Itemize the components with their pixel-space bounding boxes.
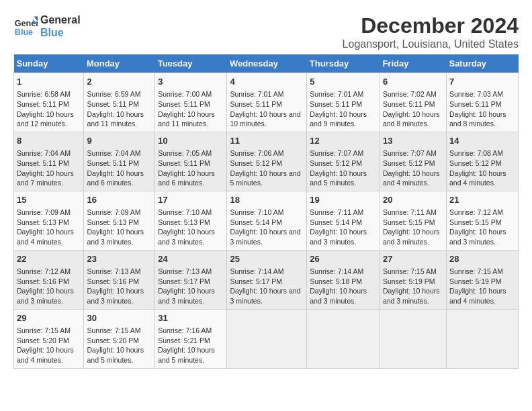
daylight-label: Daylight: 10 hours and 3 minutes. [310, 287, 367, 305]
sunrise-label: Sunrise: 7:04 AM [87, 149, 140, 157]
sunrise-label: Sunrise: 7:14 AM [230, 267, 283, 275]
day-number: 21 [449, 194, 515, 206]
table-cell: 1 Sunrise: 6:58 AM Sunset: 5:11 PM Dayli… [14, 73, 84, 132]
sunrise-label: Sunrise: 7:06 AM [230, 149, 283, 157]
table-cell: 4 Sunrise: 7:01 AM Sunset: 5:11 PM Dayli… [227, 73, 307, 132]
daylight-label: Daylight: 10 hours and 7 minutes. [17, 169, 74, 187]
table-cell: 28 Sunrise: 7:15 AM Sunset: 5:19 PM Dayl… [446, 250, 518, 309]
daylight-label: Daylight: 10 hours and 3 minutes. [230, 287, 300, 305]
sunset-label: Sunset: 5:21 PM [158, 336, 210, 345]
header-wednesday: Wednesday [227, 54, 307, 73]
sunrise-label: Sunrise: 7:07 AM [383, 149, 437, 157]
logo-text-general: General [40, 13, 81, 26]
sunset-label: Sunset: 5:11 PM [383, 100, 435, 108]
day-number: 10 [158, 135, 224, 147]
sunrise-label: Sunrise: 7:12 AM [17, 267, 71, 275]
daylight-label: Daylight: 10 hours and 8 minutes. [383, 110, 440, 128]
calendar-week-row: 1 Sunrise: 6:58 AM Sunset: 5:11 PM Dayli… [14, 73, 519, 132]
sunset-label: Sunset: 5:15 PM [383, 218, 435, 226]
daylight-label: Daylight: 10 hours and 9 minutes. [310, 110, 367, 128]
daylight-label: Daylight: 10 hours and 4 minutes. [383, 169, 440, 187]
daylight-label: Daylight: 10 hours and 6 minutes. [158, 169, 215, 187]
table-cell: 18 Sunrise: 7:10 AM Sunset: 5:14 PM Dayl… [227, 191, 307, 250]
sunset-label: Sunset: 5:16 PM [87, 277, 139, 285]
daylight-label: Daylight: 10 hours and 3 minutes. [383, 287, 440, 305]
daylight-label: Daylight: 10 hours and 3 minutes. [383, 228, 440, 246]
calendar-table: Sunday Monday Tuesday Wednesday Thursday… [13, 54, 519, 369]
header-friday: Friday [380, 54, 446, 73]
sunset-label: Sunset: 5:13 PM [17, 218, 69, 226]
daylight-label: Daylight: 10 hours and 4 minutes. [449, 287, 506, 305]
table-cell: 19 Sunrise: 7:11 AM Sunset: 5:14 PM Dayl… [307, 191, 380, 250]
sunset-label: Sunset: 5:13 PM [87, 218, 139, 226]
sunrise-label: Sunrise: 7:09 AM [17, 208, 71, 216]
sunrise-label: Sunrise: 7:02 AM [383, 90, 437, 98]
subtitle: Logansport, Louisiana, United States [343, 38, 519, 50]
table-cell: 12 Sunrise: 7:07 AM Sunset: 5:12 PM Dayl… [307, 132, 380, 191]
daylight-label: Daylight: 10 hours and 3 minutes. [87, 287, 144, 305]
table-cell: 16 Sunrise: 7:09 AM Sunset: 5:13 PM Dayl… [84, 191, 155, 250]
sunrise-label: Sunrise: 7:01 AM [230, 90, 283, 98]
daylight-label: Daylight: 10 hours and 3 minutes. [230, 228, 300, 246]
sunrise-label: Sunrise: 7:00 AM [158, 90, 212, 98]
sunrise-label: Sunrise: 7:08 AM [449, 149, 503, 157]
daylight-label: Daylight: 10 hours and 4 minutes. [449, 169, 506, 187]
table-cell: 21 Sunrise: 7:12 AM Sunset: 5:15 PM Dayl… [446, 191, 518, 250]
day-number: 24 [158, 253, 224, 265]
daylight-label: Daylight: 10 hours and 5 minutes. [310, 169, 367, 187]
table-cell: 20 Sunrise: 7:11 AM Sunset: 5:15 PM Dayl… [380, 191, 446, 250]
sunrise-label: Sunrise: 7:04 AM [17, 149, 71, 157]
sunrise-label: Sunrise: 7:15 AM [87, 326, 140, 334]
daylight-label: Daylight: 10 hours and 5 minutes. [230, 169, 300, 187]
sunset-label: Sunset: 5:11 PM [17, 100, 69, 108]
day-number: 22 [17, 253, 81, 265]
day-number: 1 [17, 76, 81, 88]
daylight-label: Daylight: 10 hours and 3 minutes. [158, 228, 215, 246]
sunrise-label: Sunrise: 7:11 AM [310, 208, 363, 216]
sunset-label: Sunset: 5:11 PM [310, 100, 362, 108]
calendar-week-row: 8 Sunrise: 7:04 AM Sunset: 5:11 PM Dayli… [14, 132, 519, 191]
table-cell [446, 309, 518, 368]
header-saturday: Saturday [446, 54, 518, 73]
daylight-label: Daylight: 10 hours and 3 minutes. [449, 228, 506, 246]
day-number: 23 [87, 253, 152, 265]
header-tuesday: Tuesday [155, 54, 227, 73]
sunrise-label: Sunrise: 7:14 AM [310, 267, 363, 275]
day-number: 4 [230, 76, 304, 88]
table-cell: 31 Sunrise: 7:16 AM Sunset: 5:21 PM Dayl… [155, 309, 227, 368]
sunrise-label: Sunrise: 7:01 AM [310, 90, 363, 98]
sunset-label: Sunset: 5:11 PM [87, 100, 139, 108]
main-title: December 2024 [343, 13, 519, 38]
day-number: 29 [17, 312, 81, 324]
header-monday: Monday [84, 54, 155, 73]
day-number: 5 [310, 76, 377, 88]
sunrise-label: Sunrise: 7:11 AM [383, 208, 437, 216]
table-cell [380, 309, 446, 368]
table-cell: 29 Sunrise: 7:15 AM Sunset: 5:20 PM Dayl… [14, 309, 84, 368]
day-number: 16 [87, 194, 152, 206]
sunrise-label: Sunrise: 7:07 AM [310, 149, 363, 157]
day-number: 28 [449, 253, 515, 265]
table-cell: 22 Sunrise: 7:12 AM Sunset: 5:16 PM Dayl… [14, 250, 84, 309]
table-cell: 7 Sunrise: 7:03 AM Sunset: 5:11 PM Dayli… [446, 73, 518, 132]
sunset-label: Sunset: 5:12 PM [383, 159, 435, 167]
logo-icon: General Blue [13, 14, 38, 38]
table-cell: 8 Sunrise: 7:04 AM Sunset: 5:11 PM Dayli… [14, 132, 84, 191]
sunset-label: Sunset: 5:12 PM [449, 159, 502, 167]
sunrise-label: Sunrise: 7:13 AM [87, 267, 140, 275]
sunset-label: Sunset: 5:11 PM [158, 159, 210, 167]
table-cell: 2 Sunrise: 6:59 AM Sunset: 5:11 PM Dayli… [84, 73, 155, 132]
table-cell: 13 Sunrise: 7:07 AM Sunset: 5:12 PM Dayl… [380, 132, 446, 191]
sunrise-label: Sunrise: 7:09 AM [87, 208, 140, 216]
logo: General Blue General Blue [13, 13, 81, 39]
daylight-label: Daylight: 10 hours and 4 minutes. [17, 228, 74, 246]
daylight-label: Daylight: 10 hours and 3 minutes. [310, 228, 367, 246]
day-number: 6 [383, 76, 443, 88]
day-number: 9 [87, 135, 152, 147]
page-header: General Blue General Blue December 2024 … [13, 13, 519, 50]
day-number: 19 [310, 194, 377, 206]
table-cell: 11 Sunrise: 7:06 AM Sunset: 5:12 PM Dayl… [227, 132, 307, 191]
day-number: 13 [383, 135, 443, 147]
sunrise-label: Sunrise: 7:15 AM [383, 267, 437, 275]
table-cell: 23 Sunrise: 7:13 AM Sunset: 5:16 PM Dayl… [84, 250, 155, 309]
